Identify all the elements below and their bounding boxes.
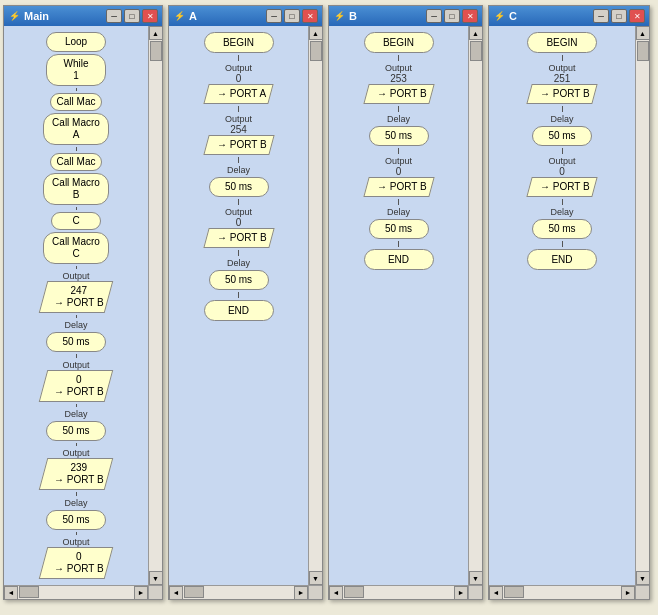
node-rounded[interactable]: Call MacroA	[43, 113, 109, 145]
scrollbar-h-B[interactable]: ◄►	[329, 585, 468, 599]
resize-grip[interactable]	[635, 585, 649, 599]
node-rounded[interactable]: Call Mac	[50, 153, 103, 171]
node-parallel[interactable]: 0→ PORT B	[39, 547, 113, 579]
node-rounded[interactable]: 50 ms	[46, 421, 106, 441]
scrollbar-h-main[interactable]: ◄►	[4, 585, 148, 599]
minimize-button-C[interactable]: ─	[593, 9, 609, 23]
scroll-left-arrow[interactable]: ◄	[4, 586, 18, 600]
close-button-C[interactable]: ✕	[629, 9, 645, 23]
node-oval-end[interactable]: END	[527, 249, 597, 270]
maximize-button-B[interactable]: □	[444, 9, 460, 23]
scroll-h-thumb[interactable]	[504, 586, 524, 598]
titlebar-C[interactable]: ⚡C─□✕	[489, 6, 649, 26]
scroll-h-track[interactable]	[183, 586, 294, 599]
scroll-up-arrow[interactable]: ▲	[636, 26, 650, 40]
close-button-A[interactable]: ✕	[302, 9, 318, 23]
node-rounded[interactable]: 50 ms	[369, 126, 429, 146]
node-parallel[interactable]: 239→ PORT B	[39, 458, 113, 490]
node-oval-end[interactable]: END	[364, 249, 434, 270]
node-rounded[interactable]: 50 ms	[209, 270, 269, 290]
scroll-track[interactable]	[309, 40, 322, 571]
scroll-up-arrow[interactable]: ▲	[469, 26, 483, 40]
node-rounded[interactable]: Loop	[46, 32, 106, 52]
node-parallel[interactable]: → PORT A	[203, 84, 273, 104]
scroll-right-arrow[interactable]: ►	[621, 586, 635, 600]
node-parallel[interactable]: → PORT B	[363, 84, 434, 104]
minimize-button-B[interactable]: ─	[426, 9, 442, 23]
scroll-track[interactable]	[149, 40, 162, 571]
scroll-h-track[interactable]	[503, 586, 621, 599]
node-oval-begin[interactable]: BEGIN	[364, 32, 434, 53]
maximize-button-A[interactable]: □	[284, 9, 300, 23]
node-parallel[interactable]: → PORT B	[526, 177, 597, 197]
scroll-left-arrow[interactable]: ◄	[169, 586, 183, 600]
close-button-B[interactable]: ✕	[462, 9, 478, 23]
node-rounded[interactable]: 50 ms	[532, 126, 592, 146]
flow-connector	[562, 241, 563, 247]
scroll-down-arrow[interactable]: ▼	[636, 571, 650, 585]
scrollbar-v-main[interactable]: ▲▼	[148, 26, 162, 585]
maximize-button-main[interactable]: □	[124, 9, 140, 23]
node-parallel[interactable]: → PORT B	[526, 84, 597, 104]
scroll-h-track[interactable]	[18, 586, 134, 599]
node-rounded[interactable]: Call MacroB	[43, 173, 109, 205]
window-body-C: BEGINOutput251→ PORT BDelay50 msOutput0→…	[489, 26, 649, 585]
node-rounded[interactable]: While1	[46, 54, 106, 86]
scroll-track[interactable]	[469, 40, 482, 571]
node-rounded[interactable]: 50 ms	[532, 219, 592, 239]
node-parallel[interactable]: → PORT B	[363, 177, 434, 197]
node-rounded[interactable]: 50 ms	[369, 219, 429, 239]
node-rounded[interactable]: 50 ms	[209, 177, 269, 197]
node-parallel[interactable]: 247→ PORT B	[39, 281, 113, 313]
scroll-h-track[interactable]	[343, 586, 454, 599]
resize-grip[interactable]	[148, 585, 162, 599]
titlebar-main[interactable]: ⚡Main─□✕	[4, 6, 162, 26]
scroll-right-arrow[interactable]: ►	[454, 586, 468, 600]
scrollbar-h-C[interactable]: ◄►	[489, 585, 635, 599]
node-parallel[interactable]: 0→ PORT B	[39, 370, 113, 402]
scroll-thumb[interactable]	[310, 41, 322, 61]
scroll-down-arrow[interactable]: ▼	[149, 571, 163, 585]
scroll-thumb[interactable]	[470, 41, 482, 61]
minimize-button-main[interactable]: ─	[106, 9, 122, 23]
node-rounded[interactable]: Call MacroC	[43, 232, 109, 264]
node-parallel[interactable]: → PORT B	[203, 228, 274, 248]
titlebar-B[interactable]: ⚡B─□✕	[329, 6, 482, 26]
node-oval-end[interactable]: END	[204, 300, 274, 321]
scroll-up-arrow[interactable]: ▲	[309, 26, 323, 40]
scroll-track[interactable]	[636, 40, 649, 571]
scroll-h-thumb[interactable]	[184, 586, 204, 598]
output-label: Output	[225, 63, 252, 73]
output-value: 0	[396, 166, 402, 177]
scroll-h-thumb[interactable]	[19, 586, 39, 598]
scrollbar-v-B[interactable]: ▲▼	[468, 26, 482, 585]
scrollbar-h-A[interactable]: ◄►	[169, 585, 308, 599]
scroll-down-arrow[interactable]: ▼	[469, 571, 483, 585]
scroll-thumb[interactable]	[150, 41, 162, 61]
scroll-h-thumb[interactable]	[344, 586, 364, 598]
output-label: Output	[62, 271, 89, 281]
resize-grip[interactable]	[308, 585, 322, 599]
flow-connector	[76, 88, 77, 91]
scroll-thumb[interactable]	[637, 41, 649, 61]
scrollbar-v-C[interactable]: ▲▼	[635, 26, 649, 585]
node-rounded[interactable]: C	[51, 212, 101, 230]
node-rounded[interactable]: 50 ms	[46, 332, 106, 352]
titlebar-A[interactable]: ⚡A─□✕	[169, 6, 322, 26]
minimize-button-A[interactable]: ─	[266, 9, 282, 23]
scrollbar-v-A[interactable]: ▲▼	[308, 26, 322, 585]
node-oval-begin[interactable]: BEGIN	[204, 32, 274, 53]
scroll-right-arrow[interactable]: ►	[134, 586, 148, 600]
scroll-up-arrow[interactable]: ▲	[149, 26, 163, 40]
node-oval-begin[interactable]: BEGIN	[527, 32, 597, 53]
node-rounded[interactable]: Call Mac	[50, 93, 103, 111]
maximize-button-C[interactable]: □	[611, 9, 627, 23]
node-parallel[interactable]: → PORT B	[203, 135, 274, 155]
scroll-left-arrow[interactable]: ◄	[489, 586, 503, 600]
scroll-down-arrow[interactable]: ▼	[309, 571, 323, 585]
scroll-right-arrow[interactable]: ►	[294, 586, 308, 600]
node-rounded[interactable]: 50 ms	[46, 510, 106, 530]
close-button-main[interactable]: ✕	[142, 9, 158, 23]
resize-grip[interactable]	[468, 585, 482, 599]
scroll-left-arrow[interactable]: ◄	[329, 586, 343, 600]
